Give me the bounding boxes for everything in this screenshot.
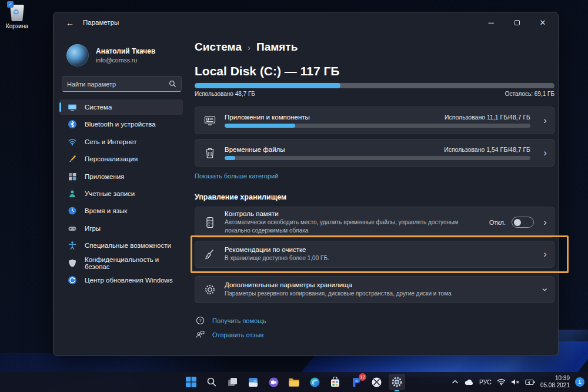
user-email: info@comss.ru — [96, 57, 155, 64]
pinned-app-p-button[interactable]: 12 — [348, 374, 364, 390]
file-explorer-button[interactable] — [286, 374, 302, 390]
sidebar-item-system[interactable]: Система — [59, 99, 183, 115]
sidebar-item-gaming[interactable]: Игры — [59, 221, 183, 236]
settings-taskbar-button[interactable] — [389, 374, 405, 390]
settings-search-box[interactable] — [62, 76, 182, 92]
gamepad-icon — [68, 224, 77, 233]
start-button[interactable] — [183, 374, 199, 390]
feedback-icon — [196, 330, 205, 339]
search-input[interactable] — [62, 81, 169, 88]
card-title: Рекомендации по очистке — [225, 246, 530, 253]
card-title: Временные файлы — [225, 146, 285, 153]
card-title: Приложения и компоненты — [225, 114, 310, 121]
sidebar-item-personalization[interactable]: Персонализация — [59, 151, 183, 167]
chevron-right-icon: › — [536, 248, 554, 260]
search-icon — [169, 80, 176, 88]
sidebar-item-windows-update[interactable]: Центр обновления Windows — [59, 273, 183, 288]
card-usage: Использовано 11,1 ГБ/48,7 ГБ — [445, 114, 530, 121]
settings-sidebar: Анатолий Ткачев info@comss.ru Система Bl… — [54, 34, 195, 356]
disk-usage-bar — [195, 83, 554, 88]
recycle-bin-desktop-icon[interactable]: ♻ ✓ Корзина — [4, 3, 31, 29]
update-icon — [68, 275, 77, 285]
clock[interactable]: 10:39 05.08.2021 — [540, 375, 570, 390]
sidebar-item-accessibility[interactable]: Специальные возможности — [59, 238, 183, 253]
breadcrumb-root[interactable]: Система — [195, 41, 242, 54]
category-usage-bar — [225, 124, 530, 128]
clock-icon — [68, 206, 77, 215]
chat-button[interactable] — [265, 374, 282, 390]
tray-date: 05.08.2021 — [540, 382, 570, 390]
accounts-icon — [68, 189, 77, 198]
breadcrumb-current: Память — [256, 41, 298, 54]
recycle-bin-icon: ♻ ✓ — [8, 3, 26, 22]
sidebar-item-time-language[interactable]: Время и язык — [59, 203, 183, 218]
selected-check-badge: ✓ — [7, 1, 14, 8]
storage-sense-icon — [195, 216, 225, 229]
storage-page: Система › Память Local Disk (C:) — 117 Г… — [195, 12, 559, 356]
card-title: Контроль памяти — [225, 210, 483, 217]
user-name: Анатолий Ткачев — [96, 47, 155, 55]
taskbar: 12 РУС 10:39 05.08.2021 1 — [0, 372, 588, 392]
sidebar-item-label: Игры — [85, 225, 101, 232]
toggle-knob — [514, 219, 521, 226]
storage-sense-card[interactable]: Контроль памяти Автоматически освободить… — [195, 207, 554, 238]
show-more-categories-link[interactable]: Показать больше категорий — [195, 172, 278, 180]
send-feedback-link[interactable]: Отправить отзыв — [196, 330, 263, 339]
sidebar-item-apps[interactable]: Приложения — [59, 169, 183, 184]
chevron-right-icon: › — [536, 217, 554, 228]
task-view-button[interactable] — [224, 374, 240, 390]
user-profile[interactable]: Анатолий Ткачев info@comss.ru — [66, 44, 155, 67]
tray-chevron-up-icon[interactable] — [452, 380, 459, 384]
notification-badge: 12 — [359, 373, 366, 381]
back-arrow-icon: ← — [66, 18, 74, 28]
bluetooth-icon — [68, 119, 77, 129]
wifi-icon — [68, 137, 77, 147]
battery-icon[interactable] — [525, 379, 535, 386]
apps-features-icon — [195, 114, 225, 127]
category-usage-bar — [225, 156, 530, 160]
link-label: Получить помощь — [212, 317, 266, 324]
microsoft-store-button[interactable] — [327, 374, 343, 390]
brush-icon — [68, 154, 77, 164]
storage-sense-toggle[interactable] — [512, 217, 534, 228]
recycle-bin-label: Корзина — [4, 23, 31, 29]
card-subtitle: Параметры резервного копирования, дисков… — [225, 290, 530, 298]
wifi-tray-icon[interactable] — [497, 378, 506, 386]
system-icon — [68, 102, 77, 112]
card-subtitle: В хранилище доступно более 1,00 ГБ. — [225, 254, 530, 263]
sidebar-item-network[interactable]: Сеть и Интернет — [59, 134, 183, 150]
sidebar-item-bluetooth[interactable]: Bluetooth и устройства — [59, 117, 183, 132]
apps-icon — [68, 172, 77, 181]
settings-window: ← Параметры ─ ✕ Анатолий Ткачев info@com… — [53, 12, 559, 356]
sidebar-item-label: Система — [85, 104, 112, 111]
search-taskbar-button[interactable] — [203, 374, 220, 390]
onedrive-cloud-icon[interactable] — [464, 379, 474, 386]
sidebar-item-label: Центр обновления Windows — [85, 277, 173, 284]
sidebar-item-privacy[interactable]: Конфиденциальность и безопас — [59, 255, 183, 271]
gear-icon — [195, 283, 225, 296]
chevron-right-icon: › — [536, 147, 554, 159]
sidebar-item-label: Учетные записи — [85, 190, 135, 197]
temporary-files-card[interactable]: Временные файлы Использовано 1,54 ГБ/48,… — [195, 139, 554, 167]
widgets-button[interactable] — [245, 374, 261, 390]
breadcrumb: Система › Память — [195, 41, 298, 54]
edge-browser-button[interactable] — [306, 374, 323, 390]
back-button[interactable]: ← — [62, 16, 78, 30]
sidebar-item-label: Сеть и Интернет — [85, 138, 137, 145]
notification-center-badge[interactable]: 1 — [575, 377, 584, 387]
disk-title: Local Disk (C:) — 117 ГБ — [195, 64, 339, 78]
xbox-button[interactable] — [368, 374, 385, 390]
chevron-down-icon: › — [536, 284, 554, 295]
cleanup-recommendations-card[interactable]: Рекомендации по очистке В хранилище дост… — [195, 241, 554, 268]
disk-used-label: Использовано 48,7 ГБ — [195, 91, 255, 97]
window-title: Параметры — [83, 19, 119, 26]
apps-features-card[interactable]: Приложения и компоненты Использовано 11,… — [195, 107, 554, 134]
advanced-storage-card[interactable]: Дополнительные параметры хранилища Парам… — [195, 276, 554, 303]
sidebar-item-label: Приложения — [85, 173, 124, 180]
language-indicator[interactable]: РУС — [479, 378, 492, 386]
volume-muted-icon[interactable] — [511, 378, 520, 386]
tray-time: 10:39 — [540, 375, 570, 383]
get-help-link[interactable]: ? Получить помощь — [196, 316, 266, 325]
avatar — [66, 44, 89, 67]
sidebar-item-accounts[interactable]: Учетные записи — [59, 186, 183, 201]
